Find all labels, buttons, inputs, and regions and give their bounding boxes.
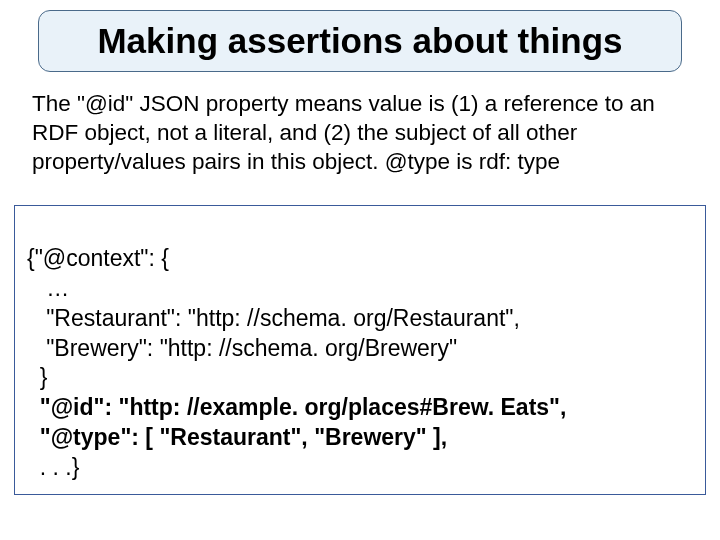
code-line-5: } — [27, 364, 47, 390]
code-block: {"@context": { … "Restaurant": "http: //… — [14, 205, 706, 495]
code-line-7: "@type": [ "Restaurant", "Brewery" ], — [27, 424, 447, 450]
code-line-1: {"@context": { — [27, 245, 169, 271]
slide-title: Making assertions about things — [97, 21, 622, 61]
code-line-8: . . .} — [27, 454, 79, 480]
title-container: Making assertions about things — [38, 10, 682, 72]
code-line-2: … — [27, 275, 69, 301]
code-line-3: "Restaurant": "http: //schema. org/Resta… — [27, 305, 520, 331]
slide: Making assertions about things The "@id"… — [0, 0, 720, 540]
code-line-4: "Brewery": "http: //schema. org/Brewery" — [27, 335, 457, 361]
code-line-6: "@id": "http: //example. org/places#Brew… — [27, 394, 566, 420]
description-text: The "@id" JSON property means value is (… — [32, 90, 692, 176]
